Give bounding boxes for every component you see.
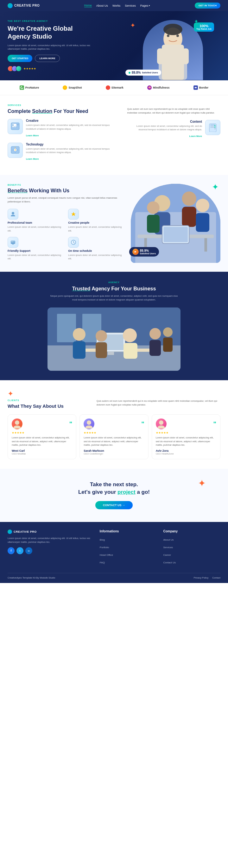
svg-rect-28	[13, 242, 15, 242]
services-tag: SERVICES	[8, 104, 119, 106]
footer-link-blog[interactable]: Blog	[100, 538, 105, 541]
service-item-content: Content Lorem ipsum dolor sit amet, cons…	[127, 120, 220, 138]
footer: CREATIVE PRO Lorem ipsum dolor sit amet,…	[0, 522, 228, 583]
svg-rect-5	[157, 49, 163, 64]
footer-link-contact[interactable]: Contact Us	[163, 561, 176, 564]
footer-contact-link[interactable]: Contact	[212, 576, 220, 579]
hero-right: ✦ ✦ 100% Top Rated Job	[125, 20, 220, 80]
benefit-title-schedule: On time schedule	[68, 249, 124, 252]
svg-rect-13	[17, 124, 19, 125]
footer-link-faq[interactable]: FAQ	[100, 561, 105, 564]
svg-point-64	[87, 421, 91, 425]
service-title-technology: Technology	[26, 143, 119, 146]
footer-social: f t in	[8, 547, 93, 554]
cta-line2: Let's give your project a go!	[8, 489, 220, 495]
svg-rect-47	[57, 314, 76, 342]
testimonials-intro: Quis autem vel eum iure reprehenderit qu…	[96, 399, 220, 407]
svg-point-53	[73, 328, 86, 341]
service-learn-creative[interactable]: Learn More	[26, 134, 39, 137]
svg-point-8	[176, 34, 179, 37]
testimonial-card-1: " ★★★★★ Lorem ipsum dolor sit amet, cons…	[8, 414, 76, 459]
testimonial-stars-3: ★★★★★	[156, 431, 216, 434]
services-title-text: Complete Solution For Your Need	[8, 108, 88, 114]
testimonials-left: ✦ CLIENTS What They Say About Us	[8, 390, 90, 409]
footer-legal: Privacy Policy Contact	[194, 576, 220, 579]
get-in-touch-button[interactable]: GET IN TOUCH	[195, 3, 220, 8]
benefit-desc-professional: Lorem ipsum dolor sit amet, consectetur …	[8, 225, 64, 232]
pages-caret: ▾	[149, 4, 150, 7]
brand-snapshot-label: SnapShot	[68, 86, 82, 89]
trusted-description: Neque porro quisquam est, qui dolorem ip…	[48, 294, 180, 302]
benefit-icon-professional	[8, 209, 18, 220]
service-learn-technology[interactable]: Learn More	[26, 158, 39, 160]
social-twitter-button[interactable]: t	[17, 547, 23, 554]
svg-rect-35	[182, 207, 196, 227]
nav-services[interactable]: Services	[125, 4, 136, 7]
service-item-creative: Creative Lorem ipsum dolor sit amet, con…	[8, 119, 119, 137]
nav-home[interactable]: Home	[84, 4, 92, 7]
nav-works[interactable]: Works	[112, 4, 120, 7]
footer-link-portfolio[interactable]: Portfolio	[100, 546, 109, 549]
svg-rect-4	[162, 44, 184, 80]
testimonial-avatar-3	[156, 418, 167, 429]
footer-copyright: CreativeApex Template Kit By Modulik Stu…	[8, 576, 55, 579]
benefit-support: Friendly Support Lorem ipsum dolor sit a…	[8, 237, 64, 261]
trusted-image	[48, 307, 180, 371]
get-started-button[interactable]: GET STARTED	[8, 55, 32, 62]
hero-title: We're Creative Global Agency Studio	[8, 25, 96, 40]
benefits-description: Lorem ipsum purus sit amet, volutpat con…	[8, 196, 124, 204]
social-linkedin-button[interactable]: in	[25, 547, 32, 554]
testimonial-name-2: Sarah Markson	[84, 449, 144, 452]
testimonials-cards: " ★★★★★ Lorem ipsum dolor sit amet, cons…	[8, 414, 220, 459]
svg-rect-39	[196, 213, 209, 232]
footer-privacy-link[interactable]: Privacy Policy	[194, 576, 208, 579]
testimonial-role-2: CEO CodeMonger	[84, 452, 144, 455]
social-facebook-button[interactable]: f	[8, 547, 15, 554]
footer-link-career[interactable]: Career	[163, 554, 171, 556]
contact-us-button[interactable]: CONTACT US →	[95, 501, 133, 509]
footer-col-informations: Informations Blog Portfolio Head Office …	[100, 530, 157, 566]
benefit-desc-support: Lorem ipsum dolor sit amet, consectetur …	[8, 253, 64, 261]
testimonials-deco-star: ✦	[8, 390, 90, 398]
footer-link-headoffice[interactable]: Head Office	[100, 554, 113, 556]
service-title-content: Content	[127, 120, 202, 123]
logo[interactable]: CREATIVE PRO	[8, 3, 39, 8]
footer-link-about[interactable]: About Us	[163, 538, 174, 541]
service-info-creative: Creative Lorem ipsum dolor sit amet, con…	[26, 119, 119, 137]
svg-rect-6	[182, 49, 189, 64]
brand-border-icon	[194, 85, 198, 90]
testimonials-section: ✦ CLIENTS What They Say About Us Quis au…	[0, 380, 228, 469]
testimonial-quote-icon-3: "	[213, 421, 216, 427]
svg-point-16	[15, 149, 16, 151]
brand-border-label: Border	[199, 86, 209, 89]
cta-line1: Take the next step.	[8, 482, 220, 488]
testimonials-header: ✦ CLIENTS What They Say About Us Quis au…	[8, 390, 220, 409]
service-info-technology: Technology Lorem ipsum dolor sit amet, c…	[26, 143, 119, 161]
footer-col1-title: Informations	[100, 530, 157, 533]
svg-rect-54	[73, 341, 86, 359]
testimonial-card-1-header: "	[12, 418, 72, 429]
hero-section: THE BEST CREATIVE AGENCY We're Creative …	[0, 11, 228, 80]
benefit-professional: Professional team Lorem ipsum dolor sit …	[8, 209, 64, 232]
testimonial-name-3: Aviv Zora	[156, 449, 216, 452]
services-intro: Quis autem vel eum iure reprehenderit qu…	[127, 107, 220, 115]
nav-about[interactable]: About Us	[96, 4, 108, 7]
service-icon-technology	[8, 143, 23, 158]
testimonial-role-1: CEO Modifak	[12, 452, 72, 455]
nav-pages[interactable]: Pages ▾	[140, 4, 150, 7]
main-nav: Home About Us Works Services Pages ▾	[84, 4, 150, 7]
hero-left: THE BEST CREATIVE AGENCY We're Creative …	[8, 20, 96, 80]
svg-point-9	[163, 24, 182, 35]
svg-rect-60	[149, 340, 161, 356]
hero-badge-top: 100% Top Rated Job	[194, 23, 214, 32]
testimonial-card-3: " ★★★★★ Lorem ipsum dolor sit amet, cons…	[152, 414, 220, 459]
footer-link-services[interactable]: Services	[163, 546, 173, 549]
svg-point-7	[167, 34, 169, 37]
service-learn-content[interactable]: Learn More	[189, 135, 202, 137]
hero-stars: ★★★★★	[23, 67, 36, 70]
brand-border: Border	[194, 85, 209, 90]
learn-more-hero-button[interactable]: LEARN MORE	[35, 55, 60, 62]
trusted-tag: AGENCY	[8, 281, 220, 283]
footer-col2-title: Company	[163, 530, 220, 533]
svg-point-36	[147, 202, 160, 214]
